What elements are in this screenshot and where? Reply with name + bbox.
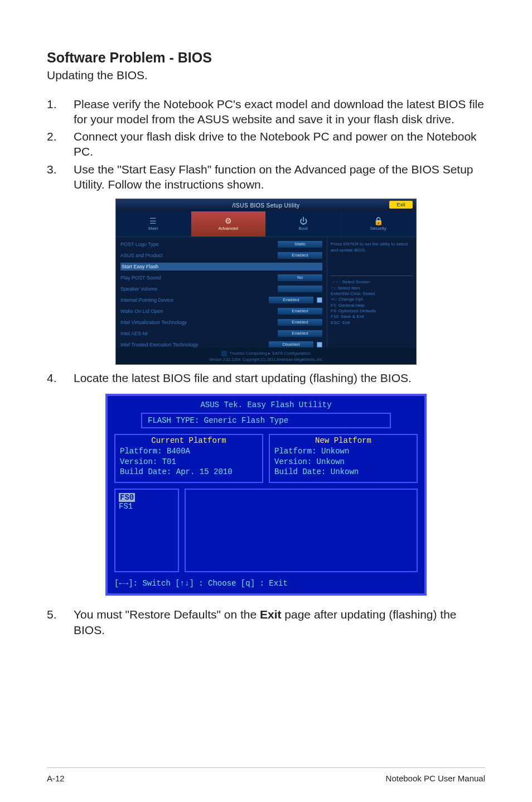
version-row: Version: Unkown — [274, 457, 412, 467]
step-number: 2. — [47, 129, 74, 160]
bios-option-row: Intel AES-NIEnabled — [120, 330, 322, 337]
list-item: 1. Please verify the Notebook PC's exact… — [47, 96, 485, 127]
column-header: Current Platform — [120, 436, 258, 445]
step-number: 5. — [47, 607, 74, 637]
drive-item: FS1 — [119, 502, 175, 511]
drive-list-pane: FS0 FS1 — [114, 489, 179, 572]
list-item: 2. Connect your flash disk drive to the … — [47, 129, 485, 160]
bios-brand-label: /ISUS BIOS Setup Utility — [233, 202, 300, 209]
file-list-pane — [185, 489, 418, 572]
gear-icon: ⚙ — [225, 217, 232, 225]
checkbox-icon — [317, 297, 322, 303]
bios-setup-screenshot: /ISUS BIOS Setup Utility Exit ☰ Main ⚙ A… — [115, 199, 417, 365]
bios-titlebar: /ISUS BIOS Setup Utility — [116, 199, 416, 211]
step-text: You must "Restore Defaults" on the Exit … — [74, 607, 485, 637]
bios-option-row: POST Logo TypeStatic — [120, 240, 322, 248]
step-text: Use the "Start Easy Flash" function on t… — [74, 162, 485, 192]
selected-drive: FS0 — [119, 493, 135, 502]
column-header: New Platform — [274, 436, 412, 445]
platform-row: Platform: B400A — [120, 446, 258, 457]
list-item: 3. Use the "Start Easy Flash" function o… — [47, 162, 485, 192]
step-text: Locate the latest BIOS file and start up… — [74, 370, 412, 385]
steps-list: 1. Please verify the Notebook PC's exact… — [47, 96, 485, 192]
lock-icon: 🔒 — [374, 217, 383, 225]
build-date-row: Build Date: Unkown — [274, 467, 412, 477]
bios-tab-main: ☰ Main — [116, 211, 191, 236]
list-item: 5. You must "Restore Defaults" on the Ex… — [47, 607, 485, 637]
bios-tab-label: Advanced — [218, 226, 238, 231]
step-text: Please verify the Notebook PC's exact mo… — [74, 96, 485, 127]
manual-title: Notebook PC User Manual — [386, 774, 485, 783]
bios-help-panel: Press ENTER to run the utility to select… — [327, 237, 416, 347]
step-number: 3. — [47, 162, 74, 192]
bios-options-panel: POST Logo TypeStatic ASUS and ProductEna… — [116, 237, 327, 347]
list-item: 4. Locate the latest BIOS file and start… — [47, 370, 485, 385]
version-row: Version: T01 — [120, 457, 258, 467]
step-number: 4. — [47, 370, 74, 385]
bios-help-keys: →←: Select Screen ↑↓: Select Item Enter/… — [331, 276, 413, 326]
bios-tab-label: Main — [148, 226, 158, 231]
bios-exit-badge: Exit — [389, 201, 413, 209]
bios-tab-advanced: ⚙ Advanced — [191, 211, 267, 236]
bios-tab-security: 🔒 Security — [341, 211, 417, 236]
bios-version-text: Version 2.01.1204. Copyright (C) 2011 Am… — [209, 357, 323, 361]
bios-tab-boot: ⏻ Boot — [266, 211, 341, 236]
flash-util-keyhints: [←→]: Switch [↑↓] : Choose [q] : Exit — [114, 579, 418, 588]
bios-option-row: Internal Pointing DeviceEnabled — [120, 296, 322, 304]
flash-util-title: ASUS Tek. Easy Flash Utility — [114, 400, 418, 409]
new-platform-box: New Platform Platform: Unkown Version: U… — [269, 434, 418, 484]
page-footer: A-12 Notebook PC User Manual — [47, 767, 485, 783]
bios-option-row: Wake On Lid OpenEnabled — [120, 307, 322, 315]
bios-option-row: Speaker Volume — [120, 285, 322, 293]
platform-row: Platform: Unkown — [274, 446, 412, 457]
list-icon: ☰ — [149, 217, 157, 225]
bios-option-row: ASUS and ProductEnabled — [120, 252, 322, 259]
page-subheading: Updating the BIOS. — [47, 67, 485, 83]
bios-tab-label: Boot — [299, 226, 308, 231]
flash-platform-columns: Current Platform Platform: B400A Version… — [114, 434, 418, 484]
build-date-row: Build Date: Apr. 15 2010 — [120, 467, 258, 477]
exit-bold: Exit — [260, 608, 282, 621]
current-platform-box: Current Platform Platform: B400A Version… — [114, 434, 263, 484]
flash-type-box: FLASH TYPE: Generic Flash Type — [141, 413, 391, 428]
bios-option-row: Play POST SoundNo — [120, 274, 322, 282]
page-number: A-12 — [47, 774, 65, 783]
bios-footer: Trusted Computing ▸ SATA Configuration V… — [116, 347, 416, 364]
bios-option-row-highlighted: Start Easy Flash — [120, 263, 322, 270]
easy-flash-screenshot: ASUS Tek. Easy Flash Utility FLASH TYPE:… — [105, 394, 427, 596]
bios-body: POST Logo TypeStatic ASUS and ProductEna… — [116, 237, 416, 347]
checkbox-icon — [317, 342, 322, 347]
step-text: Connect your flash disk drive to the Not… — [74, 129, 485, 160]
bios-tabs: ☰ Main ⚙ Advanced ⏻ Boot 🔒 Security — [116, 211, 416, 237]
page-heading: Software Problem - BIOS — [47, 49, 485, 66]
bios-tab-label: Security — [370, 226, 386, 231]
flash-file-panes: FS0 FS1 — [114, 489, 418, 572]
step-number: 1. — [47, 96, 74, 127]
bios-option-row: Intel Virtualization TechnologyEnabled — [120, 318, 322, 326]
bios-help-text: Press ENTER to run the utility to select… — [331, 241, 413, 253]
square-icon — [221, 351, 227, 356]
power-icon: ⏻ — [299, 217, 307, 225]
